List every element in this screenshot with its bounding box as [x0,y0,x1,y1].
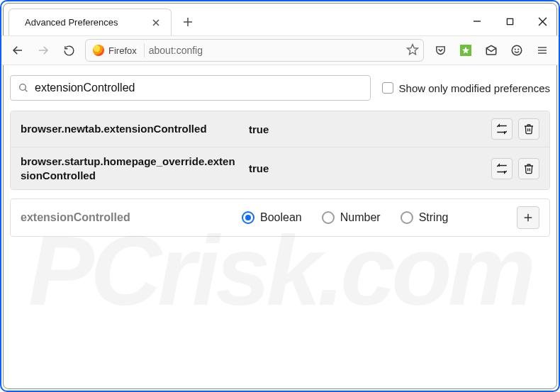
radio-label: Boolean [260,211,302,224]
back-button[interactable] [6,39,30,62]
page-content: PCrisk.com extensionControlled Show only… [1,65,559,391]
url-text: about:config [149,45,402,56]
new-preference-row: extensionControlled Boolean Number Strin… [11,199,549,236]
radio-icon [322,211,335,224]
delete-button[interactable] [518,158,539,179]
minimize-button[interactable] [461,7,493,35]
preferences-list: browser.newtab.extensionControlled true … [10,111,550,190]
checkbox-label: Show only modified preferences [399,82,550,94]
type-radio-group: Boolean Number String [242,211,508,224]
svg-marker-14 [408,44,418,54]
svg-point-18 [518,49,519,50]
add-preference-button[interactable] [517,206,539,229]
preference-actions [491,158,539,179]
preference-actions [491,118,539,140]
toggle-button[interactable] [491,158,513,179]
radio-label: String [419,211,449,224]
search-input[interactable]: extensionControlled [10,75,371,101]
trash-icon [523,163,534,174]
trash-icon [523,123,534,135]
svg-point-17 [515,49,515,50]
search-query-text: extensionControlled [35,82,135,94]
title-bar: Advanced Preferences [1,1,559,35]
type-radio-string[interactable]: String [401,211,449,224]
maximize-button[interactable] [493,7,526,35]
toggle-button[interactable] [491,118,513,140]
identity-box[interactable]: Firefox [90,43,145,57]
toggle-icon [495,123,508,135]
svg-rect-9 [507,18,513,24]
svg-point-22 [20,84,26,91]
new-tab-button[interactable] [177,11,198,33]
inbox-button[interactable] [479,39,503,62]
new-preference-panel: extensionControlled Boolean Number Strin… [10,198,550,237]
browser-window: Advanced Preferences [0,0,560,392]
svg-line-23 [25,89,27,91]
delete-button[interactable] [518,118,539,140]
identity-label: Firefox [108,45,137,56]
type-radio-number[interactable]: Number [322,211,381,224]
preference-value: true [249,162,483,174]
radio-label: Number [340,211,381,224]
preference-row: browser.startup.homepage_override.extens… [11,147,549,189]
extension-button[interactable] [454,39,478,62]
forward-button[interactable] [31,39,55,62]
preference-name: browser.startup.homepage_override.extens… [21,155,240,182]
radio-icon [401,211,413,224]
close-window-button[interactable] [526,7,559,35]
navigation-toolbar: Firefox about:config [1,35,559,65]
account-button[interactable] [505,39,529,62]
svg-point-16 [512,45,522,55]
toggle-icon [495,162,508,175]
firefox-icon [93,45,104,56]
search-row: extensionControlled Show only modified p… [10,75,550,101]
search-icon [18,82,29,94]
tab-close-button[interactable] [150,16,162,29]
browser-tab[interactable]: Advanced Preferences [9,9,172,35]
preference-row: browser.newtab.extensionControlled true [11,111,549,147]
show-modified-checkbox[interactable]: Show only modified preferences [382,82,550,94]
url-bar[interactable]: Firefox about:config [85,39,424,62]
plus-icon [522,212,534,223]
reload-button[interactable] [57,39,81,62]
pocket-button[interactable] [428,39,452,62]
bookmark-star-icon[interactable] [406,43,419,58]
preference-value: true [249,123,483,135]
type-radio-boolean[interactable]: Boolean [242,211,302,224]
svg-marker-15 [462,47,469,54]
window-controls [461,7,559,35]
checkbox-icon [382,82,393,94]
app-menu-button[interactable] [530,39,554,62]
new-preference-name: extensionControlled [21,211,233,224]
radio-icon [242,211,254,224]
preference-name: browser.newtab.extensionControlled [21,122,240,136]
tab-title: Advanced Preferences [25,17,142,28]
extension-icon [460,45,471,56]
